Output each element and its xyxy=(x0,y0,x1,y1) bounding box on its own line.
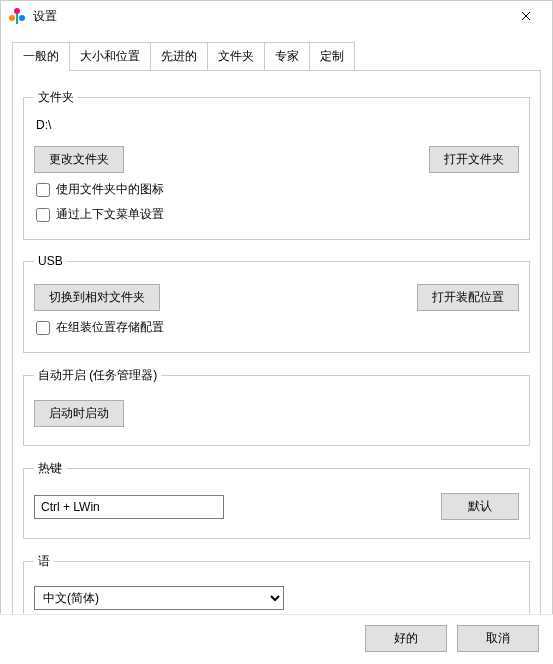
usb-group: USB 切换到相对文件夹 打开装配位置 在组装位置存储配置 xyxy=(23,254,530,353)
language-select[interactable]: 中文(简体) xyxy=(34,586,284,610)
open-install-location-button[interactable]: 打开装配位置 xyxy=(417,284,519,311)
button-label: 好的 xyxy=(394,631,418,645)
switch-relative-folder-button[interactable]: 切换到相对文件夹 xyxy=(34,284,160,311)
language-group-legend: 语 xyxy=(34,553,54,570)
tab-label: 大小和位置 xyxy=(80,49,140,63)
close-button[interactable] xyxy=(504,1,548,31)
hotkey-input[interactable] xyxy=(34,495,224,519)
autostart-group-legend: 自动开启 (任务管理器) xyxy=(34,367,161,384)
tab-label: 先进的 xyxy=(161,49,197,63)
tabstrip: 一般的 大小和位置 先进的 文件夹 专家 定制 xyxy=(0,30,553,71)
button-label: 打开文件夹 xyxy=(444,152,504,166)
tab-expert[interactable]: 专家 xyxy=(264,42,310,71)
window-title: 设置 xyxy=(33,8,504,25)
store-config-at-install-checkbox[interactable]: 在组装位置存储配置 xyxy=(36,319,519,336)
hotkey-group-legend: 热键 xyxy=(34,460,66,477)
button-label: 取消 xyxy=(486,631,510,645)
via-context-menu-input[interactable] xyxy=(36,208,50,222)
change-folder-button[interactable]: 更改文件夹 xyxy=(34,146,124,173)
folder-group-legend: 文件夹 xyxy=(34,89,78,106)
tab-custom[interactable]: 定制 xyxy=(309,42,355,71)
tab-label: 专家 xyxy=(275,49,299,63)
open-folder-button[interactable]: 打开文件夹 xyxy=(429,146,519,173)
titlebar: 设置 xyxy=(1,1,552,31)
autostart-group: 自动开启 (任务管理器) 启动时启动 xyxy=(23,367,530,446)
tab-label: 一般的 xyxy=(23,49,59,63)
use-folder-icons-checkbox[interactable]: 使用文件夹中的图标 xyxy=(36,181,519,198)
ok-button[interactable]: 好的 xyxy=(365,625,447,652)
cancel-button[interactable]: 取消 xyxy=(457,625,539,652)
usb-group-legend: USB xyxy=(34,254,67,268)
tab-label: 定制 xyxy=(320,49,344,63)
button-label: 切换到相对文件夹 xyxy=(49,290,145,304)
use-folder-icons-input[interactable] xyxy=(36,183,50,197)
store-config-at-install-input[interactable] xyxy=(36,321,50,335)
start-on-boot-button[interactable]: 启动时启动 xyxy=(34,400,124,427)
folder-path: D:\ xyxy=(34,116,519,140)
button-label: 启动时启动 xyxy=(49,406,109,420)
button-label: 更改文件夹 xyxy=(49,152,109,166)
hotkey-default-button[interactable]: 默认 xyxy=(441,493,519,520)
tab-size-position[interactable]: 大小和位置 xyxy=(69,42,151,71)
folder-group: 文件夹 D:\ 更改文件夹 打开文件夹 使用文件夹中的图标 通过上下文菜单设置 xyxy=(23,89,530,240)
checkbox-label: 通过上下文菜单设置 xyxy=(56,206,164,223)
button-label: 默认 xyxy=(468,499,492,513)
tab-label: 文件夹 xyxy=(218,49,254,63)
tab-folders[interactable]: 文件夹 xyxy=(207,42,265,71)
via-context-menu-checkbox[interactable]: 通过上下文菜单设置 xyxy=(36,206,519,223)
checkbox-label: 在组装位置存储配置 xyxy=(56,319,164,336)
tab-panel-general: 文件夹 D:\ 更改文件夹 打开文件夹 使用文件夹中的图标 通过上下文菜单设置 … xyxy=(12,71,541,658)
close-icon xyxy=(521,9,531,24)
hotkey-group: 热键 默认 xyxy=(23,460,530,539)
app-icon xyxy=(9,8,25,24)
button-label: 打开装配位置 xyxy=(432,290,504,304)
tab-advanced[interactable]: 先进的 xyxy=(150,42,208,71)
checkbox-label: 使用文件夹中的图标 xyxy=(56,181,164,198)
dialog-footer: 好的 取消 xyxy=(0,614,553,664)
tab-general[interactable]: 一般的 xyxy=(12,42,70,71)
